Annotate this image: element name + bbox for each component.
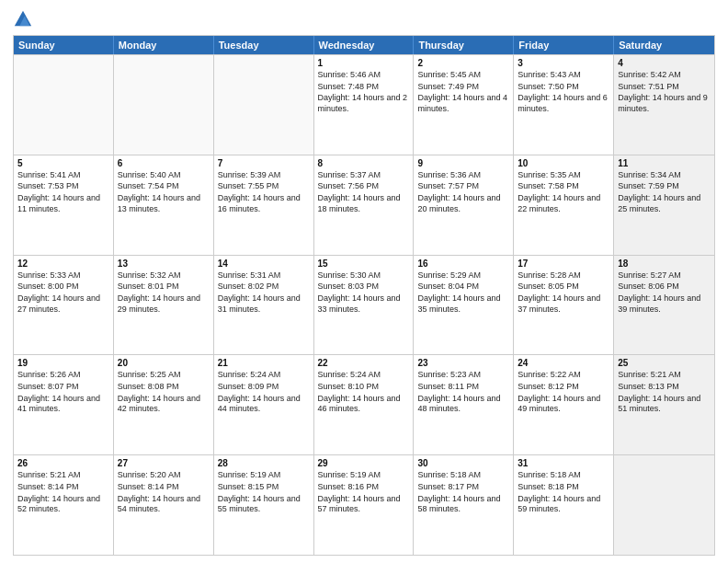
cal-cell-empty-1 (114, 55, 214, 155)
day-number: 2 (417, 58, 509, 68)
daylight-text: Daylight: 14 hours and 33 minutes. (318, 293, 410, 315)
sunset-text: Sunset: 8:16 PM (318, 482, 410, 493)
logo-icon (13, 9, 33, 29)
daylight-text: Daylight: 14 hours and 48 minutes. (417, 394, 509, 415)
sunset-text: Sunset: 7:56 PM (318, 181, 410, 192)
sunrise-text: Sunrise: 5:25 AM (118, 370, 210, 381)
header (13, 9, 715, 29)
sunset-text: Sunset: 8:17 PM (417, 482, 509, 493)
cal-cell-13: 13Sunrise: 5:32 AMSunset: 8:01 PMDayligh… (114, 256, 214, 355)
sunset-text: Sunset: 8:14 PM (118, 482, 210, 493)
sunrise-text: Sunrise: 5:34 AM (618, 170, 711, 181)
day-number: 27 (118, 458, 210, 468)
cal-cell-empty-0 (14, 55, 114, 155)
daylight-text: Daylight: 14 hours and 16 minutes. (218, 193, 310, 214)
day-number: 15 (318, 259, 410, 269)
cal-cell-15: 15Sunrise: 5:30 AMSunset: 8:03 PMDayligh… (314, 256, 415, 355)
sunset-text: Sunset: 8:08 PM (118, 382, 210, 393)
sunrise-text: Sunrise: 5:22 AM (518, 370, 609, 381)
sunrise-text: Sunrise: 5:32 AM (118, 270, 210, 282)
cal-cell-5: 5Sunrise: 5:41 AMSunset: 7:53 PMDaylight… (14, 155, 114, 255)
day-number: 20 (118, 358, 210, 368)
day-number: 11 (618, 158, 711, 168)
cal-header-saturday: Saturday (614, 36, 714, 54)
cal-cell-12: 12Sunrise: 5:33 AMSunset: 8:00 PMDayligh… (14, 256, 114, 355)
cal-header-tuesday: Tuesday (214, 36, 314, 54)
daylight-text: Daylight: 14 hours and 4 minutes. (417, 93, 509, 114)
cal-cell-empty-6 (614, 455, 714, 555)
daylight-text: Daylight: 14 hours and 44 minutes. (218, 394, 310, 415)
sunset-text: Sunset: 7:53 PM (17, 181, 109, 192)
day-number: 25 (618, 358, 711, 368)
sunset-text: Sunset: 8:09 PM (218, 382, 310, 393)
day-number: 3 (518, 58, 609, 68)
cal-week-1: 1Sunrise: 5:46 AMSunset: 7:48 PMDaylight… (14, 54, 714, 155)
sunrise-text: Sunrise: 5:46 AM (318, 70, 410, 81)
sunset-text: Sunset: 8:12 PM (518, 382, 609, 393)
day-number: 6 (118, 158, 210, 168)
sunset-text: Sunset: 8:02 PM (218, 282, 310, 293)
cal-cell-1: 1Sunrise: 5:46 AMSunset: 7:48 PMDaylight… (314, 55, 415, 155)
daylight-text: Daylight: 14 hours and 2 minutes. (318, 93, 410, 114)
daylight-text: Daylight: 14 hours and 41 minutes. (17, 394, 109, 415)
sunrise-text: Sunrise: 5:37 AM (318, 170, 410, 181)
sunrise-text: Sunrise: 5:35 AM (518, 170, 609, 181)
sunset-text: Sunset: 8:14 PM (17, 482, 109, 493)
day-number: 28 (218, 458, 310, 468)
cal-cell-16: 16Sunrise: 5:29 AMSunset: 8:04 PMDayligh… (414, 256, 514, 355)
cal-cell-4: 4Sunrise: 5:42 AMSunset: 7:51 PMDaylight… (614, 55, 714, 155)
daylight-text: Daylight: 14 hours and 29 minutes. (118, 293, 210, 315)
daylight-text: Daylight: 14 hours and 25 minutes. (618, 193, 711, 214)
sunset-text: Sunset: 8:15 PM (218, 482, 310, 493)
cal-cell-25: 25Sunrise: 5:21 AMSunset: 8:13 PMDayligh… (614, 355, 714, 454)
daylight-text: Daylight: 14 hours and 59 minutes. (518, 494, 609, 515)
sunset-text: Sunset: 7:59 PM (618, 181, 711, 192)
daylight-text: Daylight: 14 hours and 58 minutes. (417, 494, 509, 515)
sunrise-text: Sunrise: 5:42 AM (618, 70, 711, 81)
sunrise-text: Sunrise: 5:21 AM (17, 470, 109, 481)
day-number: 31 (518, 458, 609, 468)
day-number: 26 (17, 458, 109, 468)
sunrise-text: Sunrise: 5:20 AM (118, 470, 210, 481)
cal-cell-31: 31Sunrise: 5:18 AMSunset: 8:18 PMDayligh… (514, 455, 614, 555)
day-number: 24 (518, 358, 609, 368)
sunrise-text: Sunrise: 5:18 AM (417, 470, 509, 481)
sunset-text: Sunset: 7:58 PM (518, 181, 609, 192)
day-number: 19 (17, 358, 109, 368)
sunset-text: Sunset: 8:03 PM (318, 282, 410, 293)
cal-week-5: 26Sunrise: 5:21 AMSunset: 8:14 PMDayligh… (14, 454, 714, 555)
sunrise-text: Sunrise: 5:40 AM (118, 170, 210, 181)
daylight-text: Daylight: 14 hours and 11 minutes. (17, 193, 109, 214)
cal-header-thursday: Thursday (414, 36, 514, 54)
sunrise-text: Sunrise: 5:31 AM (218, 270, 310, 282)
daylight-text: Daylight: 14 hours and 42 minutes. (118, 394, 210, 415)
daylight-text: Daylight: 14 hours and 55 minutes. (218, 494, 310, 515)
cal-cell-30: 30Sunrise: 5:18 AMSunset: 8:17 PMDayligh… (414, 455, 514, 555)
daylight-text: Daylight: 14 hours and 13 minutes. (118, 193, 210, 214)
cal-cell-8: 8Sunrise: 5:37 AMSunset: 7:56 PMDaylight… (314, 155, 415, 255)
sunrise-text: Sunrise: 5:26 AM (17, 370, 109, 381)
page: SundayMondayTuesdayWednesdayThursdayFrid… (0, 0, 728, 563)
daylight-text: Daylight: 14 hours and 9 minutes. (618, 93, 711, 114)
daylight-text: Daylight: 14 hours and 20 minutes. (417, 193, 509, 214)
cal-cell-7: 7Sunrise: 5:39 AMSunset: 7:55 PMDaylight… (214, 155, 314, 255)
cal-cell-empty-2 (214, 55, 314, 155)
daylight-text: Daylight: 14 hours and 46 minutes. (318, 394, 410, 415)
cal-cell-3: 3Sunrise: 5:43 AMSunset: 7:50 PMDaylight… (514, 55, 614, 155)
calendar-body: 1Sunrise: 5:46 AMSunset: 7:48 PMDaylight… (14, 54, 714, 555)
sunrise-text: Sunrise: 5:45 AM (417, 70, 509, 81)
day-number: 4 (618, 58, 711, 68)
day-number: 22 (318, 358, 410, 368)
cal-week-4: 19Sunrise: 5:26 AMSunset: 8:07 PMDayligh… (14, 354, 714, 454)
cal-cell-21: 21Sunrise: 5:24 AMSunset: 8:09 PMDayligh… (214, 355, 314, 454)
daylight-text: Daylight: 14 hours and 22 minutes. (518, 193, 609, 214)
sunrise-text: Sunrise: 5:30 AM (318, 270, 410, 282)
day-number: 9 (417, 158, 509, 168)
logo (13, 9, 37, 29)
sunset-text: Sunset: 8:13 PM (618, 382, 711, 393)
daylight-text: Daylight: 14 hours and 54 minutes. (118, 494, 210, 515)
cal-cell-29: 29Sunrise: 5:19 AMSunset: 8:16 PMDayligh… (314, 455, 415, 555)
cal-cell-27: 27Sunrise: 5:20 AMSunset: 8:14 PMDayligh… (114, 455, 214, 555)
sunset-text: Sunset: 8:00 PM (17, 282, 109, 293)
daylight-text: Daylight: 14 hours and 39 minutes. (618, 293, 711, 315)
